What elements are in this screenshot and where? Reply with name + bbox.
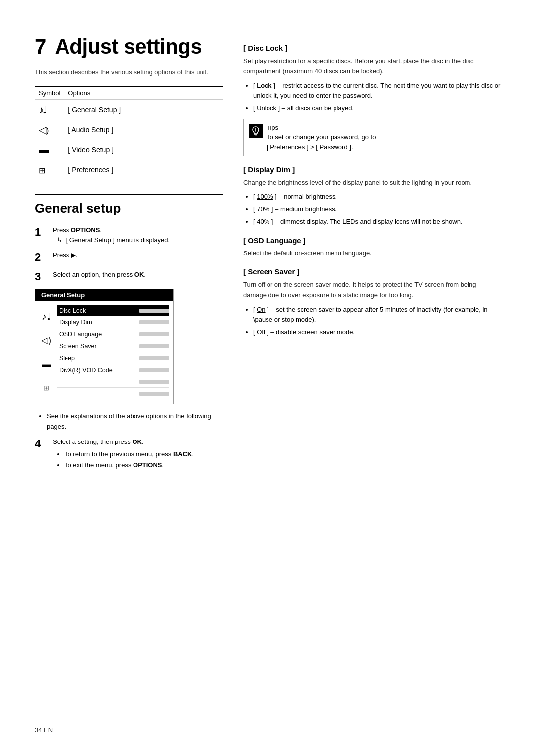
- option-general: [ General Setup ]: [64, 99, 223, 120]
- osd-language-heading: [ OSD Language ]: [243, 236, 501, 245]
- settings-table: Symbol Options ♪♩ [ General Setup ] ◁): [35, 86, 223, 180]
- general-setup-heading: General setup: [35, 201, 223, 216]
- menu-screenshot: General Setup ♪♩ ◁) ▬ ⊞ Disc Lock Disp: [35, 289, 174, 404]
- menu-bar-8: [139, 392, 169, 396]
- table-row: ◁) [ Audio Setup ]: [35, 120, 223, 140]
- menu-bar-6: [139, 368, 169, 372]
- menu-note-text: See the explanations of the above option…: [47, 411, 223, 432]
- step-2: 2 Press ▶.: [35, 251, 223, 265]
- display-dim-bullet-1: [ 100% ] – normal brightness.: [253, 192, 501, 202]
- menu-icon-pref: ⊞: [39, 376, 53, 400]
- menu-item-osd-language: OSD Language: [57, 328, 169, 340]
- osd-language-body: Select the default on-screen menu langua…: [243, 249, 501, 259]
- step-4: 4 Select a setting, then press OK. To re…: [35, 437, 223, 476]
- menu-item-display-dim: Display Dim: [57, 316, 169, 328]
- left-column: 7 Adjust settings This section describes…: [35, 35, 223, 721]
- 100pct-option: 100%: [257, 193, 273, 200]
- menu-content: ♪♩ ◁) ▬ ⊞ Disc Lock Display Dim: [35, 301, 173, 404]
- option-preferences: [ Preferences ]: [64, 160, 223, 180]
- table-row: ♪♩ [ General Setup ]: [35, 99, 223, 120]
- step-4-content: Select a setting, then press OK. To retu…: [53, 437, 223, 476]
- step-4-bullet-2: To exit the menu, press OPTIONS.: [65, 460, 223, 471]
- right-column: [ Disc Lock ] Set play restriction for a…: [243, 35, 501, 721]
- menu-item-divx-vod: DivX(R) VOD Code: [57, 364, 169, 376]
- menu-bar-4: [139, 344, 169, 348]
- step-4-bullets: To return to the previous menu, press BA…: [61, 449, 223, 471]
- option-video: [ Video Setup ]: [64, 140, 223, 160]
- on-option: On: [257, 306, 265, 313]
- step-2-number: 2: [35, 251, 50, 265]
- tips-content: Tips To set or change your password, go …: [267, 123, 376, 152]
- intro-text: This section describes the various setti…: [35, 67, 223, 77]
- display-dim-bullet-2: [ 70% ] – medium brightness.: [253, 204, 501, 215]
- screen-saver-bullet-1: [ On ] – set the screen saver to appear …: [253, 305, 501, 325]
- step-1-content: Press OPTIONS. ↳ [ General Setup ] menu …: [53, 225, 223, 246]
- disc-lock-bullet-1: [ Lock ] – restrict access to the curren…: [253, 81, 501, 102]
- back-key: BACK: [173, 450, 192, 458]
- display-dim-heading: [ Display Dim ]: [243, 165, 501, 174]
- step-2-content: Press ▶.: [53, 251, 223, 261]
- ok-key-2: OK: [132, 438, 142, 445]
- disc-lock-section: [ Disc Lock ] Set play restriction for a…: [243, 44, 501, 114]
- display-dim-section: [ Display Dim ] Change the brightness le…: [243, 165, 501, 227]
- menu-icon-video: ▬: [39, 352, 53, 376]
- tips-box: Tips To set or change your password, go …: [243, 119, 501, 157]
- section-divider: [35, 194, 223, 195]
- symbol-preferences: ⊞: [35, 160, 64, 180]
- menu-bar-3: [139, 332, 169, 336]
- screen-saver-bullets: [ On ] – set the screen saver to appear …: [249, 305, 501, 337]
- menu-bar-1: [139, 309, 169, 313]
- menu-icon-general: ♪♩: [39, 305, 53, 328]
- symbol-video: ▬: [35, 140, 64, 160]
- symbol-audio: ◁): [35, 120, 64, 140]
- table-row: ⊞ [ Preferences ]: [35, 160, 223, 180]
- step-3-content: Select an option, then press OK.: [53, 270, 223, 280]
- display-dim-bullet-3: [ 40% ] – dimmest display. The LEDs and …: [253, 217, 501, 227]
- screen-saver-heading: [ Screen Saver ]: [243, 267, 501, 276]
- chapter-heading: 7 Adjust settings: [35, 35, 223, 59]
- options-key-2: OPTIONS: [133, 461, 162, 469]
- disc-lock-bullets: [ Lock ] – restrict access to the curren…: [249, 81, 501, 114]
- ok-key: OK: [134, 271, 144, 278]
- unlock-option: Unlock: [257, 104, 276, 112]
- tips-text: To set or change your password, go to [ …: [267, 133, 376, 151]
- menu-bar-7: [139, 380, 169, 384]
- step-1-number: 1: [35, 225, 50, 240]
- screen-saver-bullet-2: [ Off ] – disable screen saver mode.: [253, 327, 501, 338]
- menu-note: See the explanations of the above option…: [43, 411, 223, 432]
- menu-title: General Setup: [35, 289, 173, 301]
- svg-point-3: [255, 131, 256, 132]
- step-4-number: 4: [35, 437, 50, 451]
- menu-bar-5: [139, 356, 169, 360]
- step-3: 3 Select an option, then press OK.: [35, 270, 223, 284]
- disc-lock-heading: [ Disc Lock ]: [243, 44, 501, 52]
- menu-icons: ♪♩ ◁) ▬ ⊞: [39, 305, 53, 400]
- menu-bar-2: [139, 320, 169, 324]
- menu-item-screen-saver: Screen Saver: [57, 340, 169, 352]
- page-footer: 34 EN: [35, 726, 53, 734]
- tips-icon: [249, 124, 263, 138]
- col-options-header: Options: [64, 86, 223, 99]
- option-audio: [ Audio Setup ]: [64, 120, 223, 140]
- disc-lock-bullet-2: [ Unlock ] – all discs can be played.: [253, 103, 501, 114]
- menu-items: Disc Lock Display Dim OSD Language Scree…: [57, 305, 169, 400]
- display-dim-bullets: [ 100% ] – normal brightness. [ 70% ] – …: [249, 192, 501, 227]
- step-3-number: 3: [35, 270, 50, 284]
- symbol-general: ♪♩: [35, 99, 64, 120]
- screen-saver-section: [ Screen Saver ] Turn off or on the scre…: [243, 267, 501, 337]
- col-symbol-header: Symbol: [35, 86, 64, 99]
- menu-item-disc-lock: Disc Lock: [57, 305, 169, 316]
- chapter-number: 7: [35, 35, 46, 58]
- disc-lock-body: Set play restriction for a specific disc…: [243, 56, 501, 77]
- lock-option: Lock: [257, 82, 271, 89]
- menu-icon-audio: ◁): [39, 328, 53, 352]
- menu-item-empty-1: [57, 376, 169, 388]
- menu-item-sleep: Sleep: [57, 352, 169, 364]
- screen-saver-body: Turn off or on the screen saver mode. It…: [243, 280, 501, 301]
- options-key: OPTIONS: [71, 226, 100, 234]
- step-1: 1 Press OPTIONS. ↳ [ General Setup ] men…: [35, 225, 223, 246]
- display-dim-body: Change the brightness level of the displ…: [243, 178, 501, 188]
- step-4-bullet-1: To return to the previous menu, press BA…: [65, 449, 223, 460]
- table-row: ▬ [ Video Setup ]: [35, 140, 223, 160]
- tips-label: Tips: [267, 124, 278, 131]
